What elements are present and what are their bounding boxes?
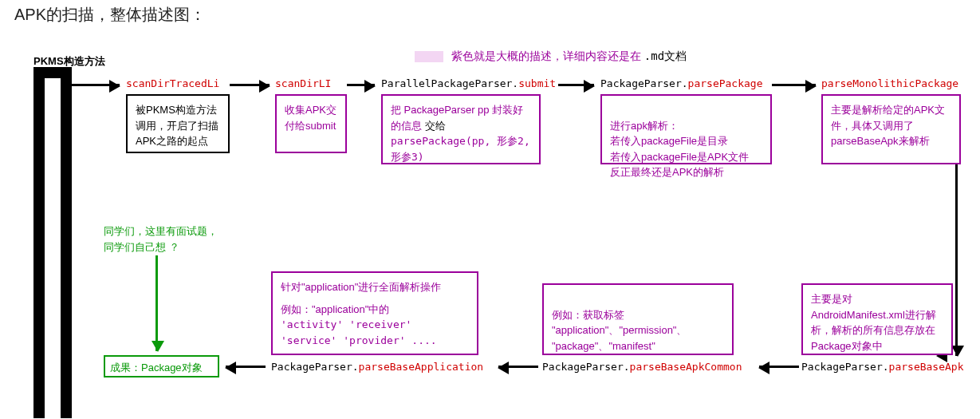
method-parseBaseApk: PackageParser.parseBaseApk (801, 361, 964, 373)
box-text: 进行apk解析： 若传入packageFile是目录 若传入packageFil… (610, 120, 749, 179)
pkms-bar (33, 67, 72, 418)
box-result: 成果：Package对象 (104, 355, 219, 377)
method-parseMonolithicPackage: parseMonolithicPackage (821, 77, 958, 89)
green-note-l2: 同学们自己想 ？ (104, 239, 218, 255)
method-submit: ParallelPackageParser.submit (381, 77, 556, 89)
method-text-prefix: PackageParser. (801, 361, 889, 373)
method-text: parseBaseApplication (359, 361, 484, 373)
method-text: parseBaseApk (889, 361, 964, 373)
box-submit: 把 PackageParser pp 封装好的信息 交给 parsePackag… (381, 94, 541, 164)
box-line3: 'activity' 'receiver' (281, 317, 469, 333)
box-text: 被PKMS构造方法调用，开启了扫描APK之路的起点 (136, 104, 218, 147)
method-text-prefix: PackageParser. (542, 361, 630, 373)
method-text: parsePackage (688, 77, 763, 89)
box-scanDirLI: 收集APK交付给submit (275, 94, 347, 153)
box-line1a: 把 PackageParser pp 封装好的信息 (391, 104, 523, 132)
box-line1: 针对"application"进行全面解析操作 (281, 279, 469, 295)
box-text: 主要是对AndroidManifest.xml进行解析，解析的所有信息存放在Pa… (811, 293, 936, 352)
legend-text: 紫色就是大概的描述，详细内容还是在 (451, 49, 644, 62)
box-parseBaseApk: 主要是对AndroidManifest.xml进行解析，解析的所有信息存放在Pa… (801, 283, 953, 355)
arrow-icon (155, 255, 158, 351)
arrow-icon (759, 366, 799, 368)
arrow-icon (230, 84, 270, 86)
box-text: 主要是解析给定的APK文件，具体又调用了parseBaseApk来解析 (831, 104, 945, 147)
method-text: scanDirTracedLi (126, 77, 219, 89)
green-note: 同学们，这里有面试题， 同学们自己想 ？ (104, 223, 218, 255)
box-text: 例如：获取标签 "application"、"permission"、 "pac… (552, 309, 687, 352)
box-parseBaseApplication: 针对"application"进行全面解析操作 例如："application"… (271, 271, 478, 355)
result-text: 成果：Package对象 (110, 362, 203, 374)
method-parseBaseApplication: PackageParser.parseBaseApplication (271, 361, 483, 373)
method-text-prefix: PackageParser. (600, 77, 688, 89)
method-text-prefix: ParallelPackageParser. (381, 77, 518, 89)
legend: 紫色就是大概的描述，详细内容还是在 .md文档 (415, 49, 687, 64)
box-parseBaseApkCommon: 例如：获取标签 "application"、"permission"、 "pac… (542, 283, 734, 355)
box-line2: 例如："application"中的 (281, 302, 469, 318)
method-text: parseBaseApkCommon (630, 361, 742, 373)
purple-swatch-icon (415, 51, 443, 62)
box-text: 收集APK交付给submit (285, 104, 337, 132)
arrow-icon (772, 84, 816, 86)
method-scanDirLI: scanDirLI (275, 77, 331, 89)
arrow-icon (955, 164, 958, 356)
method-text: submit (518, 77, 556, 89)
arrow-icon (72, 84, 120, 86)
method-text-prefix: PackageParser. (271, 361, 359, 373)
arrow-icon (347, 84, 375, 86)
method-scanDirTracedLi: scanDirTracedLi (126, 77, 219, 89)
box-parseMonolithicPackage: 主要是解析给定的APK文件，具体又调用了parseBaseApk来解析 (821, 94, 961, 164)
method-text: parseMonolithicPackage (821, 77, 958, 89)
box-line4: 'service' 'provider' .... (281, 333, 469, 349)
arrow-icon (498, 366, 538, 368)
method-text: scanDirLI (275, 77, 331, 89)
method-parsePackage: PackageParser.parsePackage (600, 77, 763, 89)
method-parseBaseApkCommon: PackageParser.parseBaseApkCommon (542, 361, 742, 373)
box-scanDirTracedLi: 被PKMS构造方法调用，开启了扫描APK之路的起点 (126, 94, 230, 153)
box-line2: parsePackage(pp, 形参2, 形参3) (391, 135, 530, 163)
legend-md: .md文档 (644, 49, 687, 62)
page-title: APK的扫描，整体描述图： (14, 4, 206, 26)
box-parsePackage: 进行apk解析： 若传入packageFile是目录 若传入packageFil… (600, 94, 772, 164)
arrow-icon (226, 366, 266, 368)
arrow-icon (558, 84, 594, 86)
box-line1b: 交给 (425, 120, 446, 132)
green-note-l1: 同学们，这里有面试题， (104, 223, 218, 239)
